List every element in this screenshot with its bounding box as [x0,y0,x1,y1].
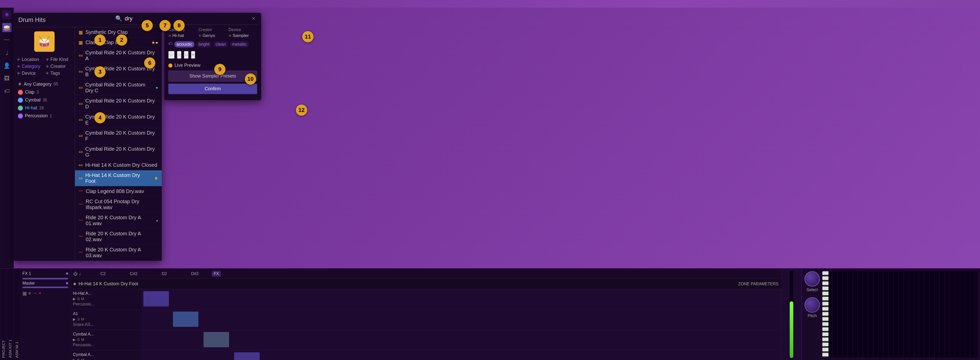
filter-filekind[interactable]: ✳ File Kind [46,57,72,62]
sidebar-icon-drum[interactable]: 🥁 [2,23,11,32]
pitch-knob[interactable] [805,297,820,312]
filter-device[interactable]: ✳ Device [17,71,43,76]
detail-circle1-btn[interactable]: ○ [177,51,181,59]
icon-x[interactable]: × [39,291,41,296]
mixer-panel: FX 1 Master ▦ ≡ → × [20,269,71,360]
select-knob[interactable] [805,271,820,287]
track-s-btn-3[interactable]: S [77,338,80,342]
browser-filter-panel: 🥁 ✳ Location ✳ File Kind ✳ [14,27,75,261]
sidebar-icon-asterisk[interactable]: ✳ [2,10,11,19]
piano-key-pattern [822,271,829,357]
annotation-1: 1 [94,35,106,46]
hihat-bar-title: Hi-Hat 14 K Custom Dry Foot [79,281,138,287]
result-cymbal-d[interactable]: ≡≡ Cymbal Ride 20 K Custom Dry D [75,96,162,112]
track-m-btn-4[interactable]: M [81,358,84,360]
sidebar-icon-image[interactable]: 🖼 [2,74,11,83]
search-icon: 🔍 [115,15,122,22]
icon-grid[interactable]: ▦ [22,291,27,296]
sidebar-icon-midi[interactable]: ♩ [2,48,11,58]
detail-plus-btn[interactable]: + [191,51,196,59]
master-row: Master [22,281,68,285]
filter-tags[interactable]: ✳ Tags [46,71,72,76]
result-ride-a03[interactable]: 〰 Ride 20 K Custom Dry A 03.wav [75,245,162,261]
result-cymbal-g[interactable]: ≡≡ Cymbal Ride 20 K Custom Dry G [75,144,162,160]
detail-star-btn[interactable]: ☆ [169,51,175,59]
result-hihat-foot[interactable]: ≡≡ Hi-Hat 14 K Custom Dry Foot ★ [75,170,162,186]
search-close-btn[interactable]: × [252,15,255,22]
track-play-btn-3[interactable]: ▶ [73,338,76,342]
track-play-btn-4[interactable]: ▶ [73,358,76,360]
annotation-2: 2 [116,35,127,46]
filter-location[interactable]: ✳ Location [17,57,43,62]
bottom-icons: ▦ ≡ → × [22,291,68,296]
icon-list[interactable]: ≡ [28,291,31,296]
meta-creator-col: Creator ✳ Genys [199,27,227,38]
detail-circle2-btn[interactable]: ○ [184,51,188,59]
track-m-btn-2[interactable]: M [81,317,84,321]
tag-icon: 🏷 [169,41,172,48]
filter-category[interactable]: ✳ Category [17,64,43,69]
track-play-btn-2[interactable]: ▶ [73,317,76,321]
clip-2[interactable] [173,312,199,327]
knob-pitch: Pitch [805,297,820,318]
piano-roll [822,271,977,357]
result-cymbal-c[interactable]: ≡≡ Cymbal Ride 20 K Custom Dry C ● [75,80,162,96]
filter-grid: ✳ Location ✳ File Kind ✳ Category ✳ [17,57,72,76]
category-any[interactable]: ✳ Any Category 65 [17,80,72,88]
fader-track[interactable] [790,271,793,358]
category-hihat[interactable]: Hi-hat 26 [17,104,72,112]
beat-c2: C2 [88,271,118,276]
track-s-btn-2[interactable]: S [77,317,80,321]
clip-4[interactable] [234,352,260,360]
result-ride-a01[interactable]: 〰 Ride 20 K Custom Dry A 01.wav ● [75,213,162,229]
track-name-4: Cymbal A... [73,352,140,357]
annotation-8: 8 [173,20,185,31]
zone-knobs: Select Pitch [805,271,820,357]
category-cymbal[interactable]: Cymbal 35 [17,96,72,104]
sidebar-icon-tag[interactable]: 🏷 [2,87,11,96]
browser-title: Drum Hits [18,16,46,24]
track-s-btn-4[interactable]: S [77,358,80,360]
icon-arrow[interactable]: → [33,291,37,296]
sidebar-icon-person[interactable]: 👤 [2,61,11,70]
result-ride-a02[interactable]: 〰 Ride 20 K Custom Dry A 02.wav [75,229,162,245]
drum-icon: 🥁 [34,31,54,52]
track-m-btn-1[interactable]: M [81,297,84,301]
track-content-3 [142,330,781,350]
tracks-area: ⏻ ♩ C2 C#2 D2 D#2 FX Hi-Hat 14 K Custom … [71,269,781,360]
category-list: ✳ Any Category 65 Clap 3 Cymbal 35 [17,80,72,120]
track-info-4: Cymbal A... ▶ S M Hi-Hat A... [71,350,142,360]
track-name-2: A1 [73,312,140,316]
track-rows: Hi-Hat 14 K Custom Dry Foot ZONE PARAMET… [71,279,781,360]
zone-params-label: ZONE PARAMETERS [738,282,778,286]
result-hihat-closed[interactable]: ≡≡ Hi-Hat 14 K Custom Dry Closed [75,160,162,170]
category-percussion[interactable]: Percussion 1 [17,112,72,120]
annotation-10: 10 [245,73,256,85]
show-sampler-presets-btn[interactable]: Show Sampler Presets [169,71,257,82]
tag-acoustic[interactable]: acoustic [175,41,194,48]
track-s-btn-1[interactable]: S [77,297,80,301]
sidebar-icon-wave[interactable]: 〰 [2,36,11,45]
track-play-btn-1[interactable]: ▶ [73,297,76,301]
tag-bright[interactable]: bright [196,41,212,48]
track-info-3: Cymbal A... ▶ S M Percussio... [71,330,142,350]
detail-actions: ☆ ○ ○ + [169,51,257,59]
clip-1[interactable] [143,291,169,306]
result-cymbal-e[interactable]: ≡≡ Cymbal Ride 20 K Custom Dry E [75,112,162,128]
category-clap[interactable]: Clap 3 [17,88,72,96]
result-cymbal-f[interactable]: ≡≡ Cymbal Ride 20 K Custom Dry F [75,128,162,144]
meta-creator-value: ✳ Genys [199,33,227,38]
drum-preview: 🥁 [17,31,72,52]
clip-3[interactable] [204,332,229,347]
live-preview-btn[interactable]: Live Preview [169,63,200,68]
annotation-3: 3 [94,66,106,78]
confirm-btn[interactable]: Confirm [169,84,257,94]
tag-metallic[interactable]: metallic [230,41,249,48]
result-clap-legend[interactable]: 〰 Clap Legend 808 Dry.wav [75,186,162,197]
track-m-btn-3[interactable]: M [81,338,84,342]
tag-clean[interactable]: clean [213,41,228,48]
track-content-4 [142,350,781,360]
filter-creator[interactable]: ✳ Creator [46,64,72,69]
result-rc-cut[interactable]: 〰 RC Cut 054 Pnotap Dry Illspark.wav [75,197,162,213]
zone-content: Select Pitch [802,269,980,360]
